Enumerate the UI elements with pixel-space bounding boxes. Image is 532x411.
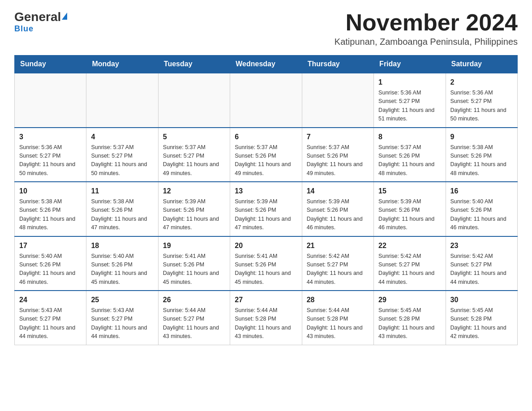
day-info: Sunrise: 5:36 AM Sunset: 5:27 PM Dayligh…	[450, 89, 513, 124]
day-of-week-header: Tuesday	[158, 56, 230, 73]
calendar-cell: 15Sunrise: 5:39 AM Sunset: 5:26 PM Dayli…	[374, 182, 446, 236]
day-of-week-header: Wednesday	[230, 56, 302, 73]
calendar-cell: 11Sunrise: 5:38 AM Sunset: 5:26 PM Dayli…	[86, 182, 158, 236]
calendar-cell: 4Sunrise: 5:37 AM Sunset: 5:27 PM Daylig…	[86, 128, 158, 182]
day-info: Sunrise: 5:39 AM Sunset: 5:26 PM Dayligh…	[235, 197, 297, 232]
calendar-cell: 17Sunrise: 5:40 AM Sunset: 5:26 PM Dayli…	[15, 236, 86, 291]
day-number: 17	[19, 240, 82, 251]
calendar-cell: 7Sunrise: 5:37 AM Sunset: 5:26 PM Daylig…	[302, 128, 373, 182]
calendar-cell: 6Sunrise: 5:37 AM Sunset: 5:26 PM Daylig…	[230, 128, 302, 182]
week-row: 17Sunrise: 5:40 AM Sunset: 5:26 PM Dayli…	[15, 236, 518, 291]
logo-triangle-icon	[62, 13, 67, 20]
day-info: Sunrise: 5:40 AM Sunset: 5:26 PM Dayligh…	[19, 252, 82, 287]
calendar-cell: 10Sunrise: 5:38 AM Sunset: 5:26 PM Dayli…	[15, 182, 86, 236]
calendar-cell: 16Sunrise: 5:40 AM Sunset: 5:26 PM Dayli…	[446, 182, 517, 236]
day-number: 5	[163, 132, 225, 142]
day-of-week-header: Friday	[374, 56, 446, 73]
day-number: 28	[307, 295, 369, 305]
day-number: 3	[19, 132, 82, 142]
day-info: Sunrise: 5:39 AM Sunset: 5:26 PM Dayligh…	[307, 197, 369, 232]
day-info: Sunrise: 5:38 AM Sunset: 5:26 PM Dayligh…	[19, 197, 82, 232]
day-number: 20	[235, 240, 297, 251]
day-info: Sunrise: 5:36 AM Sunset: 5:27 PM Dayligh…	[19, 143, 82, 178]
day-info: Sunrise: 5:45 AM Sunset: 5:28 PM Dayligh…	[378, 306, 441, 341]
day-info: Sunrise: 5:40 AM Sunset: 5:26 PM Dayligh…	[450, 197, 513, 232]
day-info: Sunrise: 5:42 AM Sunset: 5:27 PM Dayligh…	[307, 252, 369, 287]
day-info: Sunrise: 5:44 AM Sunset: 5:27 PM Dayligh…	[163, 306, 225, 341]
logo: General Blue	[14, 11, 67, 34]
day-number: 19	[163, 240, 225, 251]
day-info: Sunrise: 5:38 AM Sunset: 5:26 PM Dayligh…	[91, 197, 153, 232]
day-info: Sunrise: 5:37 AM Sunset: 5:26 PM Dayligh…	[307, 143, 369, 178]
calendar-table: SundayMondayTuesdayWednesdayThursdayFrid…	[14, 55, 518, 345]
week-row: 3Sunrise: 5:36 AM Sunset: 5:27 PM Daylig…	[15, 128, 518, 182]
day-info: Sunrise: 5:37 AM Sunset: 5:26 PM Dayligh…	[235, 143, 297, 178]
calendar-cell: 30Sunrise: 5:45 AM Sunset: 5:28 PM Dayli…	[446, 291, 517, 345]
week-row: 24Sunrise: 5:43 AM Sunset: 5:27 PM Dayli…	[15, 291, 518, 345]
calendar-cell	[302, 73, 373, 128]
calendar-cell	[158, 73, 230, 128]
day-number: 4	[91, 132, 153, 142]
calendar-cell: 3Sunrise: 5:36 AM Sunset: 5:27 PM Daylig…	[15, 128, 86, 182]
calendar-cell: 29Sunrise: 5:45 AM Sunset: 5:28 PM Dayli…	[374, 291, 446, 345]
calendar-cell: 21Sunrise: 5:42 AM Sunset: 5:27 PM Dayli…	[302, 236, 373, 291]
day-number: 21	[307, 240, 369, 251]
day-number: 10	[19, 186, 82, 197]
calendar-cell: 26Sunrise: 5:44 AM Sunset: 5:27 PM Dayli…	[158, 291, 230, 345]
calendar-cell: 8Sunrise: 5:37 AM Sunset: 5:26 PM Daylig…	[374, 128, 446, 182]
day-info: Sunrise: 5:39 AM Sunset: 5:26 PM Dayligh…	[163, 197, 225, 232]
calendar-cell	[230, 73, 302, 128]
day-number: 29	[378, 295, 441, 305]
day-number: 24	[19, 295, 82, 305]
calendar-cell: 22Sunrise: 5:42 AM Sunset: 5:27 PM Dayli…	[374, 236, 446, 291]
day-number: 30	[450, 295, 513, 305]
day-info: Sunrise: 5:43 AM Sunset: 5:27 PM Dayligh…	[19, 306, 82, 341]
day-info: Sunrise: 5:37 AM Sunset: 5:27 PM Dayligh…	[91, 143, 153, 178]
day-number: 22	[378, 240, 441, 251]
day-info: Sunrise: 5:39 AM Sunset: 5:26 PM Dayligh…	[378, 197, 441, 232]
day-number: 2	[450, 77, 513, 88]
location-subtitle: Katipunan, Zamboanga Peninsula, Philippi…	[335, 37, 518, 47]
page-header: General Blue November 2024 Katipunan, Za…	[14, 11, 518, 47]
day-number: 26	[163, 295, 225, 305]
calendar-header-row: SundayMondayTuesdayWednesdayThursdayFrid…	[15, 56, 518, 73]
logo-subtext: Blue	[14, 24, 34, 34]
calendar-cell: 14Sunrise: 5:39 AM Sunset: 5:26 PM Dayli…	[302, 182, 373, 236]
day-info: Sunrise: 5:36 AM Sunset: 5:27 PM Dayligh…	[378, 89, 441, 124]
month-year-title: November 2024	[335, 11, 518, 34]
day-of-week-header: Thursday	[302, 56, 373, 73]
calendar-cell	[15, 73, 86, 128]
day-of-week-header: Sunday	[15, 56, 86, 73]
day-info: Sunrise: 5:44 AM Sunset: 5:28 PM Dayligh…	[307, 306, 369, 341]
day-info: Sunrise: 5:43 AM Sunset: 5:27 PM Dayligh…	[91, 306, 153, 341]
calendar-cell: 24Sunrise: 5:43 AM Sunset: 5:27 PM Dayli…	[15, 291, 86, 345]
day-number: 25	[91, 295, 153, 305]
calendar-cell: 23Sunrise: 5:42 AM Sunset: 5:27 PM Dayli…	[446, 236, 517, 291]
day-number: 13	[235, 186, 297, 197]
calendar-cell: 28Sunrise: 5:44 AM Sunset: 5:28 PM Dayli…	[302, 291, 373, 345]
day-info: Sunrise: 5:37 AM Sunset: 5:27 PM Dayligh…	[163, 143, 225, 178]
calendar-cell: 18Sunrise: 5:40 AM Sunset: 5:26 PM Dayli…	[86, 236, 158, 291]
day-info: Sunrise: 5:37 AM Sunset: 5:26 PM Dayligh…	[378, 143, 441, 178]
day-info: Sunrise: 5:40 AM Sunset: 5:26 PM Dayligh…	[91, 252, 153, 287]
calendar-cell: 9Sunrise: 5:38 AM Sunset: 5:26 PM Daylig…	[446, 128, 517, 182]
day-number: 9	[450, 132, 513, 142]
day-number: 11	[91, 186, 153, 197]
day-info: Sunrise: 5:38 AM Sunset: 5:26 PM Dayligh…	[450, 143, 513, 178]
day-number: 14	[307, 186, 369, 197]
calendar-cell: 20Sunrise: 5:41 AM Sunset: 5:26 PM Dayli…	[230, 236, 302, 291]
day-number: 18	[91, 240, 153, 251]
day-number: 12	[163, 186, 225, 197]
day-number: 16	[450, 186, 513, 197]
calendar-cell: 5Sunrise: 5:37 AM Sunset: 5:27 PM Daylig…	[158, 128, 230, 182]
calendar-cell: 1Sunrise: 5:36 AM Sunset: 5:27 PM Daylig…	[374, 73, 446, 128]
day-info: Sunrise: 5:41 AM Sunset: 5:26 PM Dayligh…	[163, 252, 225, 287]
calendar-cell: 19Sunrise: 5:41 AM Sunset: 5:26 PM Dayli…	[158, 236, 230, 291]
day-number: 15	[378, 186, 441, 197]
day-info: Sunrise: 5:42 AM Sunset: 5:27 PM Dayligh…	[450, 252, 513, 287]
day-of-week-header: Saturday	[446, 56, 517, 73]
calendar-cell: 25Sunrise: 5:43 AM Sunset: 5:27 PM Dayli…	[86, 291, 158, 345]
day-info: Sunrise: 5:42 AM Sunset: 5:27 PM Dayligh…	[378, 252, 441, 287]
week-row: 10Sunrise: 5:38 AM Sunset: 5:26 PM Dayli…	[15, 182, 518, 236]
day-of-week-header: Monday	[86, 56, 158, 73]
